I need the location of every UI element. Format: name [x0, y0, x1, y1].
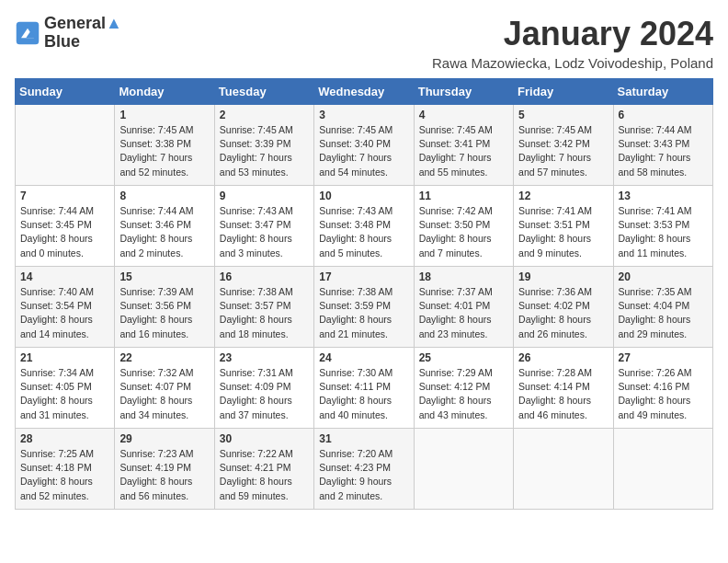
cell-info: Sunrise: 7:25 AM Sunset: 4:18 PM Dayligh…	[20, 447, 109, 503]
calendar-cell: 1Sunrise: 7:45 AM Sunset: 3:38 PM Daylig…	[115, 105, 214, 186]
calendar-header-row: SundayMondayTuesdayWednesdayThursdayFrid…	[16, 79, 713, 105]
cell-info: Sunrise: 7:37 AM Sunset: 4:01 PM Dayligh…	[419, 285, 508, 341]
calendar-cell: 15Sunrise: 7:39 AM Sunset: 3:56 PM Dayli…	[115, 267, 214, 348]
day-number: 31	[319, 432, 408, 445]
calendar-cell: 28Sunrise: 7:25 AM Sunset: 4:18 PM Dayli…	[16, 429, 115, 510]
day-number: 27	[619, 351, 708, 364]
cell-info: Sunrise: 7:45 AM Sunset: 3:38 PM Dayligh…	[119, 123, 209, 179]
calendar-cell: 21Sunrise: 7:34 AM Sunset: 4:05 PM Dayli…	[16, 348, 115, 429]
calendar-cell: 8Sunrise: 7:44 AM Sunset: 3:46 PM Daylig…	[115, 186, 214, 267]
calendar-cell: 19Sunrise: 7:36 AM Sunset: 4:02 PM Dayli…	[514, 267, 613, 348]
cell-info: Sunrise: 7:31 AM Sunset: 4:09 PM Dayligh…	[220, 366, 309, 422]
calendar-cell: 18Sunrise: 7:37 AM Sunset: 4:01 PM Dayli…	[414, 267, 513, 348]
page-header: General▲ Blue January 2024 Rawa Mazowiec…	[15, 15, 713, 71]
calendar-cell: 29Sunrise: 7:23 AM Sunset: 4:19 PM Dayli…	[115, 429, 214, 510]
day-number: 2	[220, 109, 309, 121]
day-number: 25	[419, 351, 508, 364]
cell-info: Sunrise: 7:45 AM Sunset: 3:41 PM Dayligh…	[419, 123, 508, 179]
calendar-cell	[414, 429, 513, 510]
day-number: 9	[220, 190, 309, 202]
calendar-table: SundayMondayTuesdayWednesdayThursdayFrid…	[15, 78, 713, 510]
day-number: 18	[419, 270, 508, 283]
calendar-cell: 23Sunrise: 7:31 AM Sunset: 4:09 PM Dayli…	[214, 348, 313, 429]
day-number: 6	[619, 109, 708, 121]
calendar-cell: 4Sunrise: 7:45 AM Sunset: 3:41 PM Daylig…	[414, 105, 513, 186]
day-number: 21	[20, 351, 109, 364]
day-number: 29	[119, 432, 209, 445]
day-number: 19	[518, 270, 608, 283]
calendar-cell: 9Sunrise: 7:43 AM Sunset: 3:47 PM Daylig…	[214, 186, 313, 267]
cell-info: Sunrise: 7:43 AM Sunset: 3:48 PM Dayligh…	[319, 204, 408, 260]
logo-icon	[15, 20, 40, 46]
day-number: 1	[119, 109, 209, 121]
cell-info: Sunrise: 7:45 AM Sunset: 3:40 PM Dayligh…	[319, 123, 408, 179]
calendar-cell: 26Sunrise: 7:28 AM Sunset: 4:14 PM Dayli…	[514, 348, 613, 429]
day-number: 22	[119, 351, 209, 364]
weekday-header-tuesday: Tuesday	[214, 79, 313, 105]
cell-info: Sunrise: 7:23 AM Sunset: 4:19 PM Dayligh…	[119, 447, 209, 503]
calendar-cell: 27Sunrise: 7:26 AM Sunset: 4:16 PM Dayli…	[613, 348, 712, 429]
day-number: 11	[419, 190, 508, 202]
cell-info: Sunrise: 7:39 AM Sunset: 3:56 PM Dayligh…	[119, 285, 209, 341]
cell-info: Sunrise: 7:44 AM Sunset: 3:43 PM Dayligh…	[619, 123, 708, 179]
calendar-cell: 6Sunrise: 7:44 AM Sunset: 3:43 PM Daylig…	[613, 105, 712, 186]
cell-info: Sunrise: 7:29 AM Sunset: 4:12 PM Dayligh…	[419, 366, 508, 422]
day-number: 3	[319, 109, 408, 121]
day-number: 10	[319, 190, 408, 202]
day-number: 16	[220, 270, 309, 283]
calendar-cell: 14Sunrise: 7:40 AM Sunset: 3:54 PM Dayli…	[16, 267, 115, 348]
day-number: 12	[518, 190, 608, 202]
day-number: 28	[20, 432, 109, 445]
calendar-week-row: 21Sunrise: 7:34 AM Sunset: 4:05 PM Dayli…	[16, 348, 713, 429]
calendar-cell: 11Sunrise: 7:42 AM Sunset: 3:50 PM Dayli…	[414, 186, 513, 267]
cell-info: Sunrise: 7:38 AM Sunset: 3:59 PM Dayligh…	[319, 285, 408, 341]
weekday-header-monday: Monday	[115, 79, 214, 105]
calendar-cell: 25Sunrise: 7:29 AM Sunset: 4:12 PM Dayli…	[414, 348, 513, 429]
calendar-cell: 12Sunrise: 7:41 AM Sunset: 3:51 PM Dayli…	[514, 186, 613, 267]
day-number: 17	[319, 270, 408, 283]
calendar-week-row: 14Sunrise: 7:40 AM Sunset: 3:54 PM Dayli…	[16, 267, 713, 348]
day-number: 7	[20, 190, 109, 202]
calendar-cell: 17Sunrise: 7:38 AM Sunset: 3:59 PM Dayli…	[314, 267, 414, 348]
calendar-cell: 13Sunrise: 7:41 AM Sunset: 3:53 PM Dayli…	[613, 186, 712, 267]
calendar-cell: 2Sunrise: 7:45 AM Sunset: 3:39 PM Daylig…	[214, 105, 313, 186]
weekday-header-wednesday: Wednesday	[314, 79, 414, 105]
calendar-cell: 5Sunrise: 7:45 AM Sunset: 3:42 PM Daylig…	[514, 105, 613, 186]
calendar-week-row: 7Sunrise: 7:44 AM Sunset: 3:45 PM Daylig…	[16, 186, 713, 267]
calendar-cell: 24Sunrise: 7:30 AM Sunset: 4:11 PM Dayli…	[314, 348, 414, 429]
calendar-cell: 22Sunrise: 7:32 AM Sunset: 4:07 PM Dayli…	[115, 348, 214, 429]
day-number: 13	[619, 190, 708, 202]
title-block: January 2024 Rawa Mazowiecka, Lodz Voivo…	[432, 15, 713, 71]
cell-info: Sunrise: 7:43 AM Sunset: 3:47 PM Dayligh…	[220, 204, 309, 260]
day-number: 14	[20, 270, 109, 283]
cell-info: Sunrise: 7:35 AM Sunset: 4:04 PM Dayligh…	[619, 285, 708, 341]
cell-info: Sunrise: 7:20 AM Sunset: 4:23 PM Dayligh…	[319, 447, 408, 503]
cell-info: Sunrise: 7:32 AM Sunset: 4:07 PM Dayligh…	[119, 366, 209, 422]
cell-info: Sunrise: 7:28 AM Sunset: 4:14 PM Dayligh…	[518, 366, 608, 422]
day-number: 5	[518, 109, 608, 121]
calendar-body: 1Sunrise: 7:45 AM Sunset: 3:38 PM Daylig…	[16, 105, 713, 510]
cell-info: Sunrise: 7:36 AM Sunset: 4:02 PM Dayligh…	[518, 285, 608, 341]
day-number: 24	[319, 351, 408, 364]
cell-info: Sunrise: 7:30 AM Sunset: 4:11 PM Dayligh…	[319, 366, 408, 422]
cell-info: Sunrise: 7:42 AM Sunset: 3:50 PM Dayligh…	[419, 204, 508, 260]
weekday-header-friday: Friday	[514, 79, 613, 105]
calendar-cell: 20Sunrise: 7:35 AM Sunset: 4:04 PM Dayli…	[613, 267, 712, 348]
cell-info: Sunrise: 7:34 AM Sunset: 4:05 PM Dayligh…	[20, 366, 109, 422]
calendar-week-row: 1Sunrise: 7:45 AM Sunset: 3:38 PM Daylig…	[16, 105, 713, 186]
day-number: 20	[619, 270, 708, 283]
cell-info: Sunrise: 7:38 AM Sunset: 3:57 PM Dayligh…	[220, 285, 309, 341]
logo-text: General▲ Blue	[44, 15, 122, 52]
month-title: January 2024	[432, 15, 713, 53]
weekday-header-saturday: Saturday	[613, 79, 712, 105]
location-title: Rawa Mazowiecka, Lodz Voivodeship, Polan…	[432, 55, 713, 71]
calendar-week-row: 28Sunrise: 7:25 AM Sunset: 4:18 PM Dayli…	[16, 429, 713, 510]
cell-info: Sunrise: 7:45 AM Sunset: 3:42 PM Dayligh…	[518, 123, 608, 179]
weekday-header-sunday: Sunday	[16, 79, 115, 105]
calendar-cell: 16Sunrise: 7:38 AM Sunset: 3:57 PM Dayli…	[214, 267, 313, 348]
day-number: 15	[119, 270, 209, 283]
calendar-cell: 30Sunrise: 7:22 AM Sunset: 4:21 PM Dayli…	[214, 429, 313, 510]
calendar-cell: 10Sunrise: 7:43 AM Sunset: 3:48 PM Dayli…	[314, 186, 414, 267]
cell-info: Sunrise: 7:26 AM Sunset: 4:16 PM Dayligh…	[619, 366, 708, 422]
logo: General▲ Blue	[15, 15, 122, 52]
